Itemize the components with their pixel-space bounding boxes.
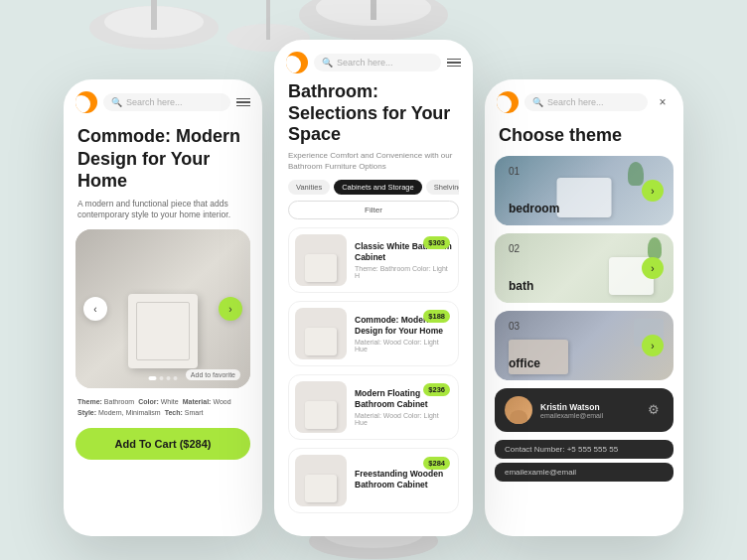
phone-2-header: 🔍 Search here... [274,40,473,81]
theme-list: 01 bedroom › 02 bath › 03 [485,156,683,380]
settings-icon[interactable]: ⚙ [648,402,664,418]
search-bar-3[interactable]: 🔍 Search here... [524,93,648,111]
filter-button[interactable]: Filter [288,201,459,219]
product-meta-1: Theme: Bathroom Color: Light H [355,265,452,279]
user-card: Kristin Watson emailexamle@email ⚙ [495,388,673,432]
carousel-next-button[interactable]: › [219,297,242,321]
hamburger-menu-2[interactable] [447,59,461,68]
product-card-2[interactable]: Commode: Modern Design for Your Home Mat… [288,301,459,366]
tab-cabinets[interactable]: Cabinets and Storage [334,180,422,195]
svg-rect-5 [371,0,376,20]
bedroom-cabinet [557,178,612,217]
price-badge-2: $188 [423,310,450,323]
search-placeholder-2: Search here... [337,58,393,68]
product-thumb-3 [295,381,347,433]
add-to-cart-button[interactable]: Add To Cart ($284) [75,428,250,460]
user-avatar [505,396,532,424]
phone-2: 🔍 Search here... Bathroom: Selections fo… [274,40,473,536]
close-button[interactable]: × [654,93,672,111]
product-card-4[interactable]: Freestanding Wooden Bathroom Cabinet $28… [288,448,459,513]
carousel-dots [149,376,178,380]
product-card-3[interactable]: Modern Floating Bathroom Cabinet Materia… [288,374,459,440]
page-desc-2: Experience Comfort and Convenience with … [288,150,459,172]
product-meta-3: Material: Wood Color: Light Hue [355,412,452,426]
product-tags-2: Style: Modern, Minimalism Tech: Smart [64,409,262,420]
product-thumb-2 [295,308,347,359]
favorite-button[interactable]: Add to favorite [186,369,240,380]
contact-email: emailexamle@email [495,463,673,482]
theme-arrow-0[interactable]: › [642,180,664,202]
theme-item-office[interactable]: 03 office › [495,311,673,380]
brand-logo-3 [497,91,519,113]
theme-number-0: 01 [509,166,520,177]
user-email: emailexamle@email [540,412,640,419]
tag-style: Style: Modern, Minimalism [77,409,161,416]
svg-point-4 [316,0,431,26]
cabinet-preview [128,294,198,368]
theme-label-1: bath [509,279,533,293]
carousel-prev-button[interactable]: ‹ [83,297,107,321]
dot-1 [149,376,157,380]
product-name-4: Freestanding Wooden Bathroom Cabinet [355,469,452,490]
theme-number-2: 03 [509,321,520,332]
contact-number: Contact Number: +5 555 555 55 [495,440,673,459]
user-info: Kristin Watson emailexamle@email [540,402,640,419]
tab-vanities[interactable]: Vanities [288,180,330,195]
product-meta-2: Material: Wood Color: Light Hue [355,339,452,352]
tag-material: Material: Wood [183,398,231,405]
search-icon-1: 🔍 [111,97,122,107]
page-title-2: Bathroom: Selections for Your Space [288,81,459,146]
tag-color: Color: White [138,398,178,405]
search-icon-2: 🔍 [322,58,333,68]
brand-logo [75,91,97,113]
svg-rect-7 [266,0,270,40]
bath-plant [648,237,662,259]
price-badge-4: $284 [423,457,450,470]
bedroom-plant [628,162,644,186]
phone-3: 🔍 Search here... × Choose theme 01 bedro… [485,79,683,536]
tab-shelving[interactable]: Shelving and Ro: [426,180,459,195]
hero-title-1: Commode: Modern Design for Your Home [64,121,262,199]
product-info-4: Freestanding Wooden Bathroom Cabinet [355,469,452,492]
svg-point-1 [104,6,204,38]
product-card-1[interactable]: Classic White Bathroom Cabinet Theme: Ba… [288,227,459,293]
svg-rect-2 [151,0,157,30]
product-tags: Theme: Bathroom Color: White Material: W… [64,388,262,409]
tag-theme: Theme: Bathroom [77,398,134,405]
phone-2-content: Bathroom: Selections for Your Space Expe… [274,81,473,513]
choose-theme-title: Choose theme [485,121,683,156]
theme-number-1: 02 [509,243,520,254]
product-thumb-4 [295,455,347,506]
price-badge-1: $303 [423,236,450,249]
theme-label-2: office [509,356,540,370]
search-bar-2[interactable]: 🔍 Search here... [314,54,441,71]
dot-4 [174,376,178,380]
phone-1-header: 🔍 Search here... [64,79,262,121]
product-thumb-1 [295,234,347,286]
user-name: Kristin Watson [540,402,640,412]
search-bar-1[interactable]: 🔍 Search here... [103,93,230,111]
theme-item-bedroom[interactable]: 01 bedroom › [495,156,673,225]
search-placeholder-3: Search here... [547,97,604,107]
phone-3-header: 🔍 Search here... × [485,79,683,121]
brand-logo-2 [286,52,308,73]
product-carousel: ‹ › Add to favorite [75,229,250,388]
theme-label-0: bedroom [509,202,559,215]
tag-tech: Tech: Smart [165,409,204,416]
product-list: Classic White Bathroom Cabinet Theme: Ba… [288,227,459,513]
contact-info: Contact Number: +5 555 555 55 emailexaml… [495,440,673,482]
filter-tabs: Vanities Cabinets and Storage Shelving a… [288,180,459,195]
dot-2 [160,376,164,380]
phone-1: 🔍 Search here... Commode: Modern Design … [64,79,262,536]
hamburger-menu-1[interactable] [236,98,250,107]
search-icon-3: 🔍 [532,97,543,107]
theme-item-bath[interactable]: 02 bath › [495,233,673,303]
theme-arrow-1[interactable]: › [642,257,664,279]
svg-point-3 [299,0,448,41]
price-badge-3: $236 [423,383,450,396]
search-placeholder-1: Search here... [126,97,183,107]
dot-3 [167,376,171,380]
hero-desc-1: A modern and functional piece that adds … [64,199,262,230]
theme-arrow-2[interactable]: › [642,335,664,356]
